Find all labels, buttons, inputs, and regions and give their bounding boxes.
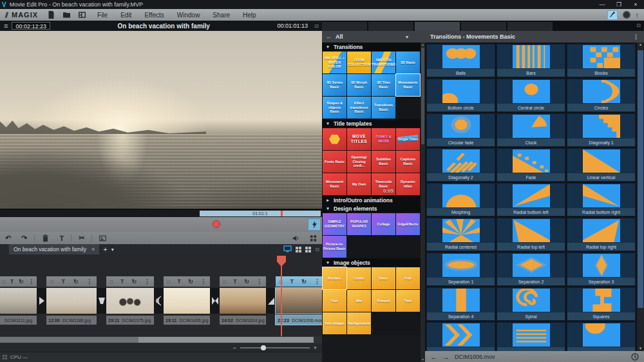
transition-thumbnail[interactable] [583, 45, 620, 68]
movie-list-caret-icon[interactable]: ▾ [111, 247, 114, 252]
transition-category-tile[interactable]: SMOOTH TRANSITIONS [372, 52, 395, 73]
clip-thumbnail[interactable] [164, 288, 210, 314]
scrub-playhead-marker[interactable] [281, 211, 283, 216]
export-movie-icon[interactable] [75, 11, 88, 19]
redo-button[interactable]: ↷ [16, 234, 32, 242]
timeline-clip[interactable]: □ T ↻ ⋮ 19:11 DCIM1406.jpg [164, 276, 210, 325]
design-category-tile[interactable]: SIMPLE GEOMETRY [323, 213, 346, 235]
title-category-tile[interactable]: Fonts Basic [323, 151, 346, 173]
clip-menu-icon[interactable]: ⋮ [314, 278, 320, 285]
transition-thumbnail[interactable] [442, 254, 480, 277]
filter-caret-icon[interactable]: ▾ [406, 34, 425, 40]
title-category-tile[interactable]: FUNKY & NEON [372, 128, 395, 150]
image-category-tile[interactable]: Present [372, 290, 395, 312]
clip-select-icon[interactable]: □ [3, 280, 5, 284]
transition-item[interactable]: Balls [426, 44, 495, 77]
title-tool-button[interactable]: T [54, 234, 69, 242]
transition-item[interactable]: Blocks [567, 44, 636, 77]
transition-category-tile[interactable]: Shapes & objects Basic [323, 97, 346, 119]
clip-thumbnail[interactable] [0, 288, 37, 314]
title-category-tile[interactable]: MOVE TITLES [347, 128, 371, 150]
image-category-tile[interactable]: Comic [347, 267, 371, 289]
image-category-tile[interactable]: Text [396, 290, 420, 312]
transition-item[interactable]: Central circle [497, 79, 565, 112]
media-pool-tab[interactable] [368, 22, 413, 31]
media-pool-tab[interactable] [507, 22, 553, 31]
clip-title-icon[interactable]: T [62, 278, 66, 285]
transition-thumbnail[interactable] [442, 184, 480, 207]
scene-overview-icon[interactable] [296, 247, 301, 252]
transition-thumbnail[interactable] [513, 115, 550, 138]
image-category-tile[interactable]: Fun [323, 290, 346, 312]
title-category-tile[interactable]: Dynamic titles [396, 173, 420, 195]
transition-item[interactable]: Clock [497, 113, 565, 147]
section-title-templates[interactable]: ▾ Title templates [322, 119, 425, 128]
transition-thumbnail[interactable] [583, 323, 620, 347]
design-category-tile[interactable]: Collage [372, 213, 395, 235]
timeline-mode-icon[interactable] [305, 247, 311, 252]
transition-thumbnail[interactable] [583, 115, 620, 138]
playback-range[interactable]: 01:01:1 [200, 211, 321, 216]
mixer-icon[interactable] [305, 234, 322, 242]
clip-select-icon[interactable]: □ [110, 280, 113, 284]
clip-select-icon[interactable]: □ [50, 280, 53, 284]
transition-thumbnail[interactable] [513, 323, 550, 347]
design-category-tile[interactable]: EdgeEffects [396, 213, 420, 235]
transition-thumbnail[interactable] [442, 80, 480, 103]
clip-title-icon[interactable]: T [120, 278, 124, 285]
image-category-tile[interactable]: Test images [323, 312, 346, 334]
zoom-out-button[interactable]: − [232, 345, 236, 351]
transition-thumbnail[interactable] [513, 254, 550, 277]
zoom-in-button[interactable]: + [314, 345, 317, 351]
clip-title-icon[interactable]: T [177, 278, 181, 285]
title-category-tile[interactable]: Captions Basic [396, 151, 420, 173]
minimize-button[interactable]: — [594, 1, 611, 8]
clip-thumbnail[interactable] [220, 288, 266, 314]
transition-category-tile[interactable]: 3D Series Basic [323, 74, 346, 96]
transition-category-tile[interactable]: Effect transitions Basic [347, 97, 371, 119]
transition-thumbnail[interactable] [583, 254, 620, 277]
open-project-icon[interactable] [60, 11, 73, 19]
transition-category-tile[interactable]: INK SPILL + WATER COLOR [323, 52, 346, 73]
mute-audio-icon[interactable] [287, 234, 305, 242]
section-transitions[interactable]: ▾ Transitions [322, 43, 425, 51]
timeline-hscrollbar[interactable] [0, 336, 322, 343]
section-caret-icon[interactable]: ▾ [322, 260, 334, 265]
zoom-slider[interactable] [240, 347, 310, 348]
transition-item[interactable]: Separation 4 [426, 287, 495, 321]
section-caret-icon[interactable]: ▾ [322, 44, 334, 50]
transition-thumbnail[interactable] [442, 289, 480, 312]
previous-file-button[interactable]: ← [430, 353, 437, 361]
transition-item[interactable]: Squares [567, 287, 636, 321]
history-clock-icon[interactable] [631, 353, 639, 361]
transition-button[interactable] [97, 288, 106, 314]
transition-button[interactable] [154, 288, 164, 314]
transition-item[interactable]: Radial centered [426, 218, 495, 251]
timeline-clip[interactable]: □ T ↻ ⋮ DCIM1111.jpg [0, 276, 37, 325]
transition-item[interactable]: Separation 3 [567, 252, 636, 286]
menu-file[interactable]: File [91, 12, 114, 19]
transition-category-tile[interactable]: 3D Morph Basic [347, 74, 371, 96]
section-design-elements[interactable]: ▾ Design elements [322, 204, 425, 213]
grid-scroll-thumb[interactable] [638, 50, 643, 308]
transition-category-tile[interactable]: 3D Basic [396, 52, 420, 73]
transition-item[interactable]: Fade [497, 148, 565, 182]
transition-thumbnail[interactable] [513, 184, 550, 207]
transition-item[interactable] [426, 322, 495, 351]
menu-edit[interactable]: Edit [114, 12, 138, 19]
image-category-tile[interactable]: Deco [372, 267, 395, 289]
clip-menu-icon[interactable]: ⋮ [87, 278, 93, 285]
close-button[interactable]: × [627, 1, 644, 8]
transition-thumbnail[interactable] [513, 80, 550, 103]
design-category-tile[interactable]: Picture-in-Picture Basic [323, 236, 346, 258]
record-icon[interactable] [623, 11, 630, 19]
storyboard-mode-icon[interactable] [283, 243, 292, 255]
clip-menu-icon[interactable]: ⋮ [200, 278, 206, 285]
transition-category-tile[interactable]: Movements Basic [396, 74, 420, 96]
new-project-icon[interactable] [44, 11, 57, 19]
transition-item[interactable]: Linear vertical [567, 148, 636, 182]
transition-item[interactable]: Bars [497, 44, 565, 77]
category-filter[interactable]: ← All ▾ [322, 31, 425, 43]
timeline-clip[interactable]: □ T ↻ ⋮ 29:11 DCIM1375.jpg [106, 276, 154, 325]
transition-thumbnail[interactable] [513, 289, 550, 312]
